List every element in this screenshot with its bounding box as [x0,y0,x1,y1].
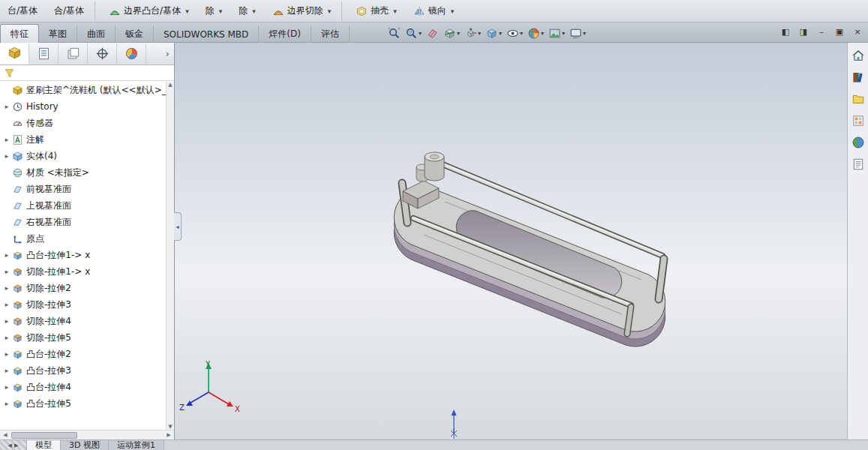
tree-item-17[interactable]: ▸ 凸台-拉伸4 [0,379,166,395]
dropdown-caret-icon[interactable]: ▾ [457,30,460,37]
dropdown-caret-icon[interactable]: ▾ [219,8,223,15]
ribbon-button-2[interactable]: 边界凸台/基体 ▾ [106,2,192,21]
displaymanager-tab[interactable] [117,44,146,64]
dropdown-caret-icon[interactable]: ▾ [562,30,565,37]
tree-item-9[interactable]: ▸ 凸台-拉伸1-> x [0,247,166,263]
dropdown-caret-icon[interactable]: ▾ [520,30,523,37]
show-left-pane-button[interactable]: ◧ [779,26,791,38]
ribbon-button-1[interactable]: 合/基体 ▾ [51,2,95,21]
tree-item-7[interactable]: ▸ 右视基准面 [0,214,166,230]
tree-item-6[interactable]: ▸ 上视基准面 [0,197,166,214]
tree-item-4[interactable]: ▸ 材质 <未指定> [0,164,166,181]
edit-appearance-button[interactable]: ▾ [526,25,545,41]
hide-show-items-button[interactable]: ▾ [505,25,524,41]
custom-properties-button[interactable] [850,156,866,172]
display-style-button[interactable]: ▾ [484,25,503,41]
ribbon-tab-0[interactable]: 特征 [0,24,39,43]
expand-arrow-icon[interactable]: ▸ [2,367,11,374]
ribbon-button-4[interactable]: 除 ▾ [236,2,259,21]
tree-horizontal-scrollbar[interactable]: ◀ ▶ [0,430,174,440]
file-explorer-button[interactable] [850,91,866,107]
appearances-scenes-button[interactable] [850,134,866,151]
graphics-area[interactable]: Y X Z [175,43,847,440]
ribbon-tab-4[interactable]: SOLIDWORKS MBD [154,26,259,43]
show-right-pane-button[interactable]: ◨ [797,26,809,38]
expand-arrow-icon[interactable]: ▸ [2,317,11,325]
tree-item-13[interactable]: ▸ 切除-拉伸4 [0,313,166,329]
scroll-up-icon[interactable]: ▲ [168,82,172,88]
propertymanager-tab[interactable] [29,44,59,64]
expand-arrow-icon[interactable]: ▸ [2,383,11,391]
view-palette-button[interactable] [850,112,866,129]
expand-arrow-icon[interactable]: ▸ [2,301,11,308]
tree-item-1[interactable]: ▸ 传感器 [0,115,166,131]
ribbon-tab-3[interactable]: 钣金 [116,26,154,43]
graphics-viewport[interactable]: Y X Z [175,43,847,440]
dropdown-caret-icon[interactable]: ▾ [185,8,189,15]
ribbon-button-5[interactable]: 边界切除 ▾ [269,2,343,21]
tree-filter-row[interactable] [0,65,174,81]
zoom-to-area-button[interactable]: ▾ [404,25,423,41]
ribbon-tab-1[interactable]: 草图 [39,26,77,43]
scroll-right-icon[interactable]: ▶ [164,432,174,438]
tree-item-16[interactable]: ▸ 凸台-拉伸3 [0,362,166,379]
tree-item-8[interactable]: ▸ 原点 [0,230,166,247]
document-tab-1[interactable]: 3D 视图 [61,440,109,450]
document-tab-2[interactable]: 运动算例1 [109,440,164,450]
ribbon-button-3[interactable]: 除 ▾ [203,2,226,21]
expand-arrow-icon[interactable]: ▸ [2,334,11,341]
dropdown-caret-icon[interactable]: ▾ [451,8,455,15]
expand-arrow-icon[interactable]: ▸ [2,251,11,259]
ribbon-tab-6[interactable]: 评估 [311,26,350,43]
previous-view-button[interactable]: ▾ [425,25,440,41]
zoom-to-fit-button[interactable]: ▾ [386,25,402,41]
home-button[interactable] [850,47,866,64]
dropdown-caret-icon[interactable]: ▾ [541,30,544,37]
tree-item-15[interactable]: ▸ 凸台-拉伸2 [0,346,166,362]
expand-arrow-icon[interactable]: ▸ [2,350,11,358]
expand-arrow-icon[interactable]: ▸ [2,284,11,292]
tab-scroll-left-icon[interactable]: ◀ [8,442,12,448]
tree-item-5[interactable]: ▸ 前视基准面 [0,181,166,197]
scroll-left-icon[interactable]: ◀ [0,432,11,438]
view-settings-button[interactable]: ▾ [568,25,587,41]
tab-scroll-right-icon[interactable]: ▶ [14,442,18,448]
tree-item-12[interactable]: ▸ 切除-拉伸3 [0,296,166,313]
document-tab-0[interactable]: 模型 [27,440,61,450]
scrollbar-thumb[interactable] [11,432,77,439]
dropdown-caret-icon[interactable]: ▾ [419,30,422,37]
dropdown-caret-icon[interactable]: ▾ [252,8,256,15]
configurationmanager-tab[interactable] [59,44,88,64]
dropdown-caret-icon[interactable]: ▾ [328,8,332,15]
tree-vertical-scrollbar[interactable]: ▲ ▼ [166,82,174,430]
tree-item-10[interactable]: ▸ 切除-拉伸1-> x [0,263,166,280]
section-view-button[interactable]: ▾ [442,25,461,41]
apply-scene-button[interactable]: ▾ [547,25,566,41]
ribbon-button-0[interactable]: 台/基体 ▾ [5,2,41,21]
expand-arrow-icon[interactable]: ▸ [2,136,11,143]
expand-arrow-icon[interactable]: ▸ [2,400,11,407]
dropdown-caret-icon[interactable]: ▾ [393,8,397,15]
tree-item-14[interactable]: ▸ 切除-拉伸5 [0,329,166,346]
ribbon-tab-2[interactable]: 曲面 [77,26,116,43]
dropdown-caret-icon[interactable]: ▾ [499,30,502,37]
model-3d[interactable] [394,152,665,346]
panel-collapse-handle[interactable]: ◂ [174,212,182,241]
tree-root-item[interactable]: 竖刷主架^洗鞋机 (默认<<默认>_显 [0,82,166,98]
dropdown-caret-icon[interactable]: ▾ [583,30,586,37]
ribbon-button-7[interactable]: 镜向 ▾ [410,2,458,21]
dimxpertmanager-tab[interactable] [88,44,117,64]
minimize-button[interactable]: – [815,26,827,38]
scroll-down-icon[interactable]: ▼ [168,424,172,430]
expand-arrow-icon[interactable]: ▸ [2,268,11,275]
expand-arrow-icon[interactable]: ▸ [2,103,11,110]
featuremanager-tab[interactable] [0,44,29,64]
expand-arrow-icon[interactable]: ▸ [2,152,11,160]
tree-item-11[interactable]: ▸ 切除-拉伸2 [0,280,166,296]
tab-scroll-area[interactable]: ◀ ▶ [0,440,27,450]
close-button[interactable]: × [851,26,863,38]
tree-item-3[interactable]: ▸ 实体(4) [0,148,166,164]
restore-button[interactable]: ▣ [833,26,845,38]
manager-tabs-overflow-button[interactable]: › [161,48,174,59]
view-orientation-button[interactable]: ▾ [463,25,482,41]
